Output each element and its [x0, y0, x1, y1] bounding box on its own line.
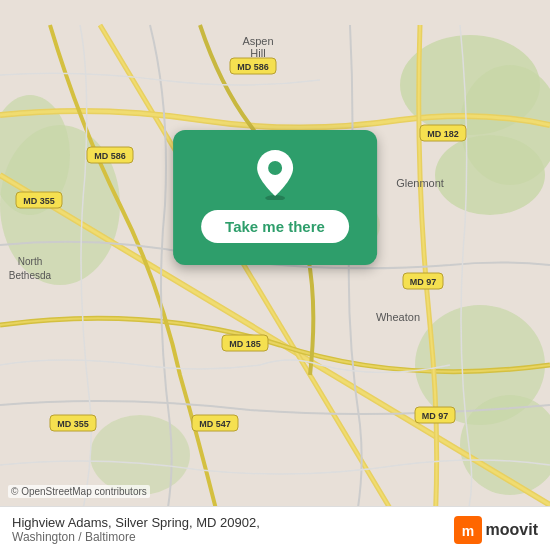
- green-card: Take me there: [173, 130, 377, 265]
- svg-text:Bethesda: Bethesda: [9, 270, 52, 281]
- svg-text:Wheaton: Wheaton: [376, 311, 420, 323]
- svg-point-3: [435, 135, 545, 215]
- map-container: MD 586 MD 586 MD 182 MD 97 MD 185 MD 547…: [0, 0, 550, 550]
- location-pin-icon: [253, 148, 297, 200]
- svg-text:MD 586: MD 586: [237, 62, 269, 72]
- svg-text:MD 547: MD 547: [199, 419, 231, 429]
- svg-point-39: [267, 160, 283, 176]
- moovit-logo: m moovit: [454, 516, 538, 544]
- address-line1: Highview Adams, Silver Spring, MD 20902,: [12, 515, 260, 530]
- address-line2: Washington / Baltimore: [12, 530, 260, 544]
- moovit-brand-text: moovit: [486, 521, 538, 539]
- svg-text:Glenmont: Glenmont: [396, 177, 444, 189]
- bottom-bar: Highview Adams, Silver Spring, MD 20902,…: [0, 506, 550, 550]
- take-me-there-button[interactable]: Take me there: [201, 210, 349, 243]
- address-block: Highview Adams, Silver Spring, MD 20902,…: [12, 515, 260, 544]
- svg-text:MD 185: MD 185: [229, 339, 261, 349]
- svg-text:m: m: [461, 523, 473, 539]
- svg-text:MD 97: MD 97: [410, 277, 437, 287]
- svg-text:Aspen: Aspen: [242, 35, 273, 47]
- svg-text:MD 97: MD 97: [422, 411, 449, 421]
- svg-text:MD 586: MD 586: [94, 151, 126, 161]
- svg-text:MD 355: MD 355: [57, 419, 89, 429]
- svg-text:MD 355: MD 355: [23, 196, 55, 206]
- svg-text:MD 182: MD 182: [427, 129, 459, 139]
- map-svg: MD 586 MD 586 MD 182 MD 97 MD 185 MD 547…: [0, 0, 550, 550]
- svg-text:Hill: Hill: [250, 47, 265, 59]
- take-me-there-container: Take me there: [173, 130, 377, 265]
- attribution-text: © OpenStreetMap contributors: [8, 485, 150, 498]
- moovit-brand-icon: m: [454, 516, 482, 544]
- svg-text:North: North: [18, 256, 42, 267]
- svg-point-9: [90, 415, 190, 495]
